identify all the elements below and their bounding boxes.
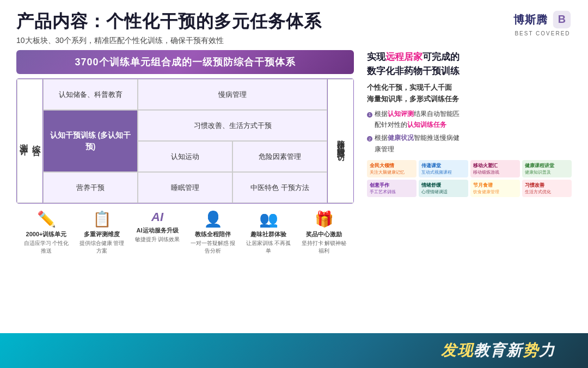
sub-title: 10大板块、30个系列，精准匹配个性化训练，确保干预有效性 [16,36,322,46]
feature-desc-3: 一对一答疑解惑 报告分析 [188,240,237,255]
mini-card-1: 传递课堂 互动式视频课程 [419,160,468,177]
cell-r2-c3: 习惯改善、生活方式干预 [138,110,327,141]
mini-card-title-1: 传递课堂 [421,162,465,169]
svg-text:B: B [558,13,566,25]
feature-item-2: AI AI运动服务升级 敏捷提升 训练效果 [133,210,182,255]
list-item-1: 根据认知评测结果自动智能匹配针对性的认知训练任务 [367,108,572,131]
feature-item-1: 📋 多重评测维度 提供综合健康 管理方案 [77,210,126,255]
cell-r1-c3: 慢病管理 [138,79,327,110]
logo-text: 博斯腾 [513,13,548,27]
features-row: ✏️ 2000+训练单元 自适应学习 个性化推送 📋 多重评测维度 提供综合健康… [16,204,354,257]
cell-r2-c2: 认知干预训练 (多认知干预) [43,110,138,172]
mini-card-sub-1: 互动式视频课程 [421,169,465,175]
mini-card-sub-5: 心理情绪调适 [421,189,465,195]
mini-card-title-6: 节月食谱 [473,182,517,189]
feature-title-0: 2000+训练单元 [26,230,67,238]
feature-icon-3: 👤 [204,210,223,228]
mini-cards: 全民大领情 关注大脑健康记忆 传递课堂 互动式视频课程 移动火塑汇 移动锻炼游戏… [367,160,572,197]
diagram-wrapper: 3700个训练单元组合成的一级预防综合干预体系 综合测评 认知储备、科普教育 慢… [16,50,354,257]
mini-card-3: 健康课程讲堂 健康知识普及 [522,160,572,177]
cell-r4-tcm: 中医特色 干预方法 [232,172,327,203]
feature-desc-4: 让居家训练 不再孤单 [244,240,293,255]
mini-card-0: 全民大领情 关注大脑健康记忆 [367,160,416,177]
feature-desc-5: 坚持打卡 解锁神秘福利 [299,240,348,255]
right-label: 陪伴式训练随访 [327,79,353,203]
feature-title-3: 教练全程陪伴 [195,230,231,238]
banner-text: 3700个训练单元组合成的一级预防综合干预体系 [75,57,295,68]
right-heading: 实现远程居家可完成的数字化非药物干预训练 [367,50,572,78]
cell-r3-c3a: 认知运动 [138,141,232,172]
content-area: 3700个训练单元组合成的一级预防综合干预体系 综合测评 认知储备、科普教育 慢… [0,50,588,257]
feature-desc-2: 敏捷提升 训练效果 [135,236,180,243]
mini-card-2: 移动火塑汇 移动锻炼游戏 [470,160,520,177]
title-block: 产品内容：个性化干预的多元任务体系 10大板块、30个系列，精准匹配个性化训练，… [16,10,322,46]
feature-item-0: ✏️ 2000+训练单元 自适应学习 个性化推送 [22,210,71,255]
right-list: 根据认知评测结果自动智能匹配针对性的认知训练任务 根据健康状况智能推送慢病健康管… [367,108,572,155]
mini-card-title-7: 习惯改善 [525,182,569,189]
cell-r3-c3b: 危险因素管理 [232,141,327,172]
feature-title-5: 奖品中心激励 [306,230,342,238]
mini-card-sub-7: 生活方式优化 [525,189,569,195]
logo-block: 博斯腾 B BEST COVERED [513,10,572,36]
cell-r4-c2a: 营养干预 [43,172,138,203]
mini-card-title-5: 情绪舒缓 [421,182,465,189]
mini-card-title-4: 创意手作 [370,182,414,189]
feature-title-1: 多重评测维度 [84,230,120,238]
logo-icon: B [552,10,572,29]
page-header: 产品内容：个性化干预的多元任务体系 10大板块、30个系列，精准匹配个性化训练，… [0,0,588,50]
feature-icon-1: 📋 [93,210,112,228]
cell-r1-c2: 认知储备、科普教育 [43,79,138,110]
footer-text: 发现教育新势力 [441,340,555,361]
footer: 发现教育新势力 [0,333,588,368]
feature-item-3: 👤 教练全程陪伴 一对一答疑解惑 报告分析 [188,210,237,255]
mini-card-sub-3: 健康知识普及 [525,169,569,175]
logo-inner: 博斯腾 B [513,10,572,29]
heading-highlight: 远程居家 [385,52,422,62]
mini-card-7: 习惯改善 生活方式优化 [522,180,572,197]
mini-card-sub-0: 关注大脑健康记忆 [370,169,414,175]
logo-subtitle: BEST COVERED [514,30,570,36]
feature-icon-4: 👥 [259,210,278,228]
mini-card-5: 情绪舒缓 心理情绪调适 [419,180,468,197]
mini-card-6: 节月食谱 饮食健康管理 [470,180,520,197]
cell-r4-sleep: 睡眠管理 [138,172,232,203]
list-item-2: 根据健康状况智能推送慢病健康管理 [367,132,572,155]
feature-icon-5: 🎁 [315,210,334,228]
mini-card-sub-6: 饮食健康管理 [473,189,517,195]
feature-icon-0: ✏️ [37,210,56,228]
feature-desc-1: 提供综合健康 管理方案 [77,240,126,255]
left-label: 综合测评 [17,79,43,203]
mini-card-sub-4: 手工艺术训练 [370,189,414,195]
mini-card-title-3: 健康课程讲堂 [525,162,569,169]
right-sub-1: 个性化干预，实现千人千面 海量知识库，多形式训练任务 [367,82,572,105]
feature-item-4: 👥 趣味社群体验 让居家训练 不再孤单 [244,210,293,255]
banner: 3700个训练单元组合成的一级预防综合干预体系 [16,50,354,74]
mini-card-title-0: 全民大领情 [370,162,414,169]
mini-card-title-2: 移动火塑汇 [473,162,517,169]
feature-title-2: AI运动服务升级 [137,226,179,235]
mini-card-sub-2: 移动锻炼游戏 [473,169,517,175]
feature-title-4: 趣味社群体验 [250,230,286,238]
right-panel: 实现远程居家可完成的数字化非药物干预训练 个性化干预，实现千人千面 海量知识库，… [363,50,572,257]
main-title: 产品内容：个性化干预的多元任务体系 [16,10,322,34]
feature-item-5: 🎁 奖品中心激励 坚持打卡 解锁神秘福利 [299,210,348,255]
feature-icon-2: AI [151,210,163,224]
mini-card-4: 创意手作 手工艺术训练 [367,180,416,197]
grid-container: 综合测评 认知储备、科普教育 慢病管理 认知干预训练 (多认知干预) 习惯改善、… [16,78,354,204]
feature-desc-0: 自适应学习 个性化推送 [22,240,71,255]
